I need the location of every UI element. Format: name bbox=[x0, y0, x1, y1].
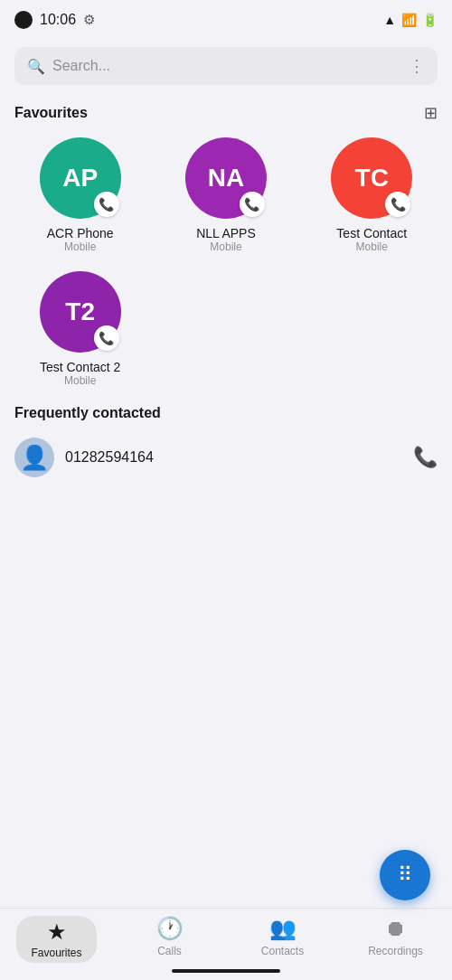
call-badge-icon-na: 📞 bbox=[244, 197, 259, 212]
fav-initials-tc: TC bbox=[355, 164, 389, 193]
status-dot bbox=[14, 11, 33, 29]
fav-call-badge-tc[interactable]: 📞 bbox=[385, 192, 410, 217]
nav-icon-recordings: ⏺ bbox=[385, 916, 407, 941]
fav-item-tc[interactable]: TC 📞 Test Contact Mobile bbox=[299, 130, 445, 264]
fav-item-t2[interactable]: T2 📞 Test Contact 2 Mobile bbox=[7, 264, 153, 398]
fav-avatar-wrap-tc: TC 📞 bbox=[331, 137, 412, 219]
fav-avatar-wrap-na: NA 📞 bbox=[185, 137, 267, 219]
battery-icon: 🔋 bbox=[422, 13, 438, 27]
fav-label-na: Mobile bbox=[210, 240, 241, 253]
nav-icon-contacts: 👥 bbox=[269, 916, 297, 941]
nav-label-favourites: Favourites bbox=[31, 947, 81, 959]
nav-item-calls[interactable]: 🕐 Calls bbox=[113, 916, 226, 957]
fav-label-ap: Mobile bbox=[64, 240, 96, 253]
fav-item-ap[interactable]: AP 📞 ACR Phone Mobile bbox=[7, 130, 153, 264]
call-badge-icon-t2: 📞 bbox=[99, 331, 114, 345]
dialpad-fab[interactable]: ⠿ bbox=[380, 850, 430, 900]
nav-label-recordings: Recordings bbox=[368, 945, 423, 957]
list-view-icon[interactable]: ⊞ bbox=[424, 103, 438, 123]
search-icon: 🔍 bbox=[27, 58, 45, 75]
nav-label-calls: Calls bbox=[157, 945, 182, 957]
status-time: 10:06 bbox=[40, 12, 76, 28]
freq-title: Frequently contacted bbox=[14, 405, 438, 421]
fav-call-badge-ap[interactable]: 📞 bbox=[94, 192, 119, 217]
fav-initials-t2: T2 bbox=[65, 297, 95, 326]
favourites-grid: AP 📞 ACR Phone Mobile NA 📞 NLL APPS Mobi… bbox=[0, 130, 452, 398]
freq-call-icon-0[interactable]: 📞 bbox=[413, 446, 438, 469]
fav-item-na[interactable]: NA 📞 NLL APPS Mobile bbox=[153, 130, 298, 264]
frequently-contacted-section: Frequently contacted 👤 01282594164 📞 bbox=[0, 398, 452, 490]
fav-call-badge-t2[interactable]: 📞 bbox=[94, 325, 119, 351]
more-options-icon[interactable]: ⋮ bbox=[409, 56, 425, 76]
nav-item-favourites[interactable]: ★ Favourites bbox=[0, 916, 113, 963]
call-badge-icon-tc: 📞 bbox=[391, 197, 406, 212]
fav-name-tc: Test Contact bbox=[336, 226, 407, 240]
nav-active-bg: ★ Favourites bbox=[16, 916, 96, 963]
fav-name-t2: Test Contact 2 bbox=[40, 360, 121, 374]
favourites-title: Favourites bbox=[14, 105, 88, 121]
freq-item-0[interactable]: 👤 01282594164 📞 bbox=[14, 432, 438, 483]
signal-icon: 📶 bbox=[401, 13, 417, 27]
nav-label-contacts: Contacts bbox=[261, 945, 304, 957]
fav-name-na: NLL APPS bbox=[196, 226, 256, 240]
search-input[interactable]: Search... bbox=[52, 58, 401, 74]
search-bar[interactable]: 🔍 Search... ⋮ bbox=[14, 47, 438, 85]
nav-icon-calls: 🕐 bbox=[156, 916, 184, 941]
status-right: ▲ 📶 🔋 bbox=[383, 13, 438, 27]
fav-initials-ap: AP bbox=[62, 164, 98, 193]
call-badge-icon-ap: 📞 bbox=[99, 197, 114, 212]
freq-avatar-icon-0: 👤 bbox=[20, 444, 49, 472]
status-bar: 10:06 ⚙ ▲ 📶 🔋 bbox=[0, 0, 452, 40]
nav-item-recordings[interactable]: ⏺ Recordings bbox=[339, 916, 452, 957]
fav-call-badge-na[interactable]: 📞 bbox=[240, 192, 265, 217]
status-left: 10:06 ⚙ bbox=[14, 11, 95, 29]
nav-icon-favourites: ★ bbox=[47, 919, 67, 945]
wifi-icon: ▲ bbox=[383, 13, 396, 27]
settings-icon[interactable]: ⚙ bbox=[83, 12, 95, 28]
fav-avatar-wrap-ap: AP 📞 bbox=[40, 137, 121, 219]
freq-avatar-0: 👤 bbox=[14, 438, 54, 477]
fav-label-tc: Mobile bbox=[356, 240, 388, 253]
favourites-header: Favourites ⊞ bbox=[0, 92, 452, 130]
dialpad-icon: ⠿ bbox=[398, 863, 412, 887]
fav-label-t2: Mobile bbox=[64, 374, 96, 387]
fav-initials-na: NA bbox=[208, 164, 244, 193]
freq-number-0: 01282594164 bbox=[65, 449, 402, 466]
fav-avatar-wrap-t2: T2 📞 bbox=[40, 271, 121, 353]
home-indicator bbox=[172, 969, 280, 973]
bottom-nav: ★ Favourites 🕐 Calls 👥 Contacts ⏺ Record… bbox=[0, 908, 452, 980]
nav-item-contacts[interactable]: 👥 Contacts bbox=[226, 916, 339, 957]
fav-name-ap: ACR Phone bbox=[47, 226, 114, 240]
